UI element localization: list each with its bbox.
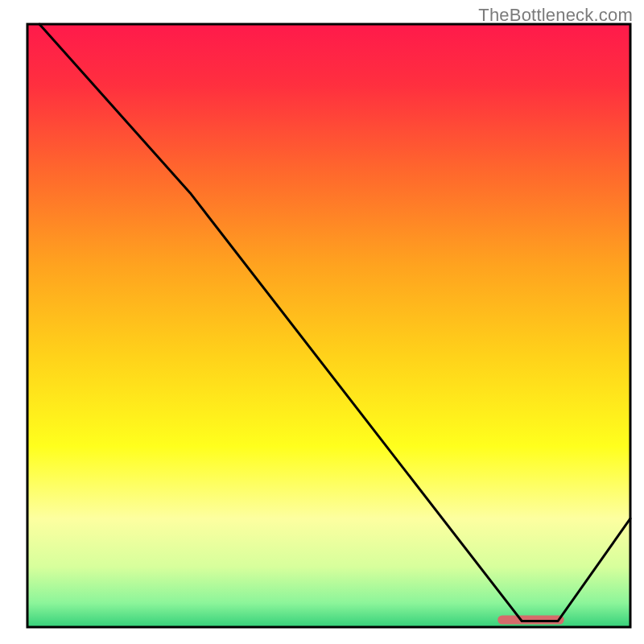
chart-container: TheBottleneck.com bbox=[0, 0, 644, 644]
bottleneck-chart bbox=[0, 0, 644, 644]
watermark-text: TheBottleneck.com bbox=[478, 5, 633, 26]
gradient-background bbox=[27, 24, 630, 627]
